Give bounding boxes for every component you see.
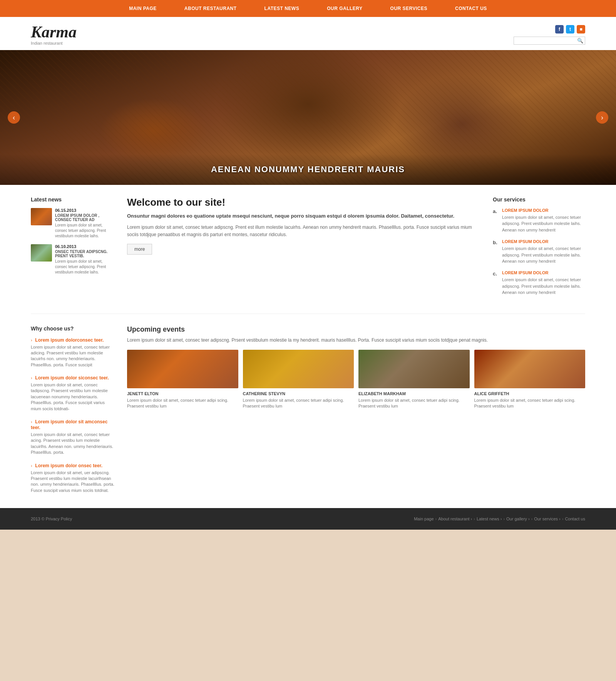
content-row-1: Latest news 06.15.2013 LOREM IPSUM DOLOR… <box>31 185 585 314</box>
service-item-a: a. LOREM IPSUM DOLOR Lorem ipsum dolor s… <box>493 208 585 233</box>
latest-news-title: Latest news <box>31 196 116 203</box>
event-text-3: Lorem ipsum dolor sit amet, consec tetue… <box>358 398 470 409</box>
event-name-1: JENETT ELTON <box>127 391 238 396</box>
logo-text: Karma <box>31 24 77 40</box>
news-thumb-1 <box>31 208 52 225</box>
why-link-2[interactable]: Lorem ipsum dolor siconsec teer. <box>35 375 109 381</box>
event-card-4: ALICE GRIFFETH Lorem ipsum dolor sit ame… <box>474 350 586 409</box>
why-link-1[interactable]: Lorem ipsum dolorconsec teer. <box>35 337 104 343</box>
service-letter-c: c. <box>493 271 499 277</box>
footer-links: Main page › About restaurant › › Latest … <box>414 517 585 521</box>
events-grid: JENETT ELTON Lorem ipsum dolor sit amet,… <box>127 350 585 409</box>
why-text-1: Lorem ipsum dolor sit amet, consec tetue… <box>31 344 116 368</box>
search-input[interactable] <box>516 38 577 43</box>
event-text-4: Lorem ipsum dolor sit amet, consec tetue… <box>474 398 586 409</box>
content-row-2: Why choose us? › Lorem ipsum dolorconsec… <box>31 314 585 508</box>
social-icons: f t ■ <box>555 25 585 34</box>
service-content-b: LOREM IPSUM DOLOR Lorem ipsum dolor sit … <box>502 239 585 264</box>
why-item-4: › Lorem ipsum dolor onsec teer. Lorem ip… <box>31 463 116 494</box>
hero-prev-button[interactable]: ‹ <box>8 111 20 124</box>
events-section: Upcoming events Lorem ipsum dolor sit am… <box>127 325 585 501</box>
service-text-b: Lorem ipsum dolor sit amet, consec tetue… <box>502 246 581 263</box>
service-link-b[interactable]: LOREM IPSUM DOLOR <box>502 239 585 244</box>
why-item-3: › Lorem ipsum dolor sit amconsec teer. L… <box>31 419 116 456</box>
logo-tagline: Indian restaurant <box>31 41 77 45</box>
events-title: Upcoming events <box>127 325 585 334</box>
event-image-4 <box>474 350 586 388</box>
news-body-1: Lorem ipsum dolor sit amet, consec tetue… <box>55 223 116 239</box>
why-chevron-1: › <box>31 338 32 342</box>
site-footer: 2013 © Privacy Policy Main page › About … <box>0 508 616 530</box>
service-text-a: Lorem ipsum dolor sit amet, consec tetue… <box>502 215 581 232</box>
news-meta-1: 06.15.2013 LOREM IPSUM DOLOR , CONSEC TE… <box>55 208 116 239</box>
event-name-3: ELIZABETH MARKHAM <box>358 391 470 396</box>
hero-next-button[interactable]: › <box>596 111 608 124</box>
nav-services[interactable]: OUR SERVICES <box>377 6 441 11</box>
site-header: Karma Indian restaurant f t ■ 🔍 <box>0 17 616 50</box>
welcome-title: Welcome to our site! <box>127 196 481 208</box>
why-title: Why choose us? <box>31 325 116 332</box>
why-header-2: › Lorem ipsum dolor siconsec teer. <box>31 375 116 381</box>
news-headline-2: ONSEC TETUER ADIPSCNG. PRENT VESTIB. <box>55 250 116 258</box>
latest-news-section: Latest news 06.15.2013 LOREM IPSUM DOLOR… <box>31 196 116 302</box>
search-button[interactable]: 🔍 <box>577 38 583 44</box>
footer-link-news[interactable]: Latest news › <box>477 517 502 521</box>
news-date-1: 06.15.2013 <box>55 208 116 213</box>
news-date-2: 06.10.2013 <box>55 244 116 249</box>
footer-copyright: 2013 © Privacy Policy <box>31 517 72 521</box>
why-header-1: › Lorem ipsum dolorconsec teer. <box>31 337 116 343</box>
hero-title: AENEAN NONUMMY HENDRERIT MAURIS <box>211 164 405 174</box>
footer-link-gallery[interactable]: Our gallery › <box>506 517 530 521</box>
nav-about[interactable]: ABOUT RESTAURANT <box>171 6 251 11</box>
why-chevron-3: › <box>31 419 32 424</box>
services-section: Our services a. LOREM IPSUM DOLOR Lorem … <box>493 196 585 302</box>
service-content-a: LOREM IPSUM DOLOR Lorem ipsum dolor sit … <box>502 208 585 233</box>
rss-icon[interactable]: ■ <box>577 25 585 34</box>
why-chevron-2: › <box>31 376 32 380</box>
why-link-4[interactable]: Lorem ipsum dolor onsec teer. <box>35 463 102 468</box>
footer-link-main[interactable]: Main page <box>414 517 434 521</box>
nav-contact[interactable]: CONTACT US <box>441 6 501 11</box>
nav-news[interactable]: LATEST NEWS <box>251 6 313 11</box>
main-content: Latest news 06.15.2013 LOREM IPSUM DOLOR… <box>0 185 616 508</box>
event-image-1 <box>127 350 238 388</box>
why-section: Why choose us? › Lorem ipsum dolorconsec… <box>31 325 116 501</box>
event-text-2: Lorem ipsum dolor sit amet, consec tetue… <box>243 398 354 409</box>
event-card-2: CATHERINE STEVYN Lorem ipsum dolor sit a… <box>243 350 354 409</box>
service-content-c: LOREM IPSUM DOLOR Lorem ipsum dolor sit … <box>502 270 585 295</box>
news-thumb-2 <box>31 244 52 262</box>
why-header-3: › Lorem ipsum dolor sit amconsec teer. <box>31 419 116 430</box>
service-letter-b: b. <box>493 240 499 245</box>
hero-section: ‹ AENEAN NONUMMY HENDRERIT MAURIS › <box>0 50 616 185</box>
footer-link-services[interactable]: Our services › <box>534 517 560 521</box>
why-text-4: Lorem ipsum dolor sit amet, uer adipscng… <box>31 470 116 494</box>
news-body-2: Lorem ipsum dolor sit amet, consec tetue… <box>55 259 116 275</box>
logo: Karma Indian restaurant <box>31 24 77 45</box>
main-nav: MAIN PAGE ABOUT RESTAURANT LATEST NEWS O… <box>0 0 616 17</box>
event-name-2: CATHERINE STEVYN <box>243 391 354 396</box>
more-button[interactable]: more <box>127 244 152 255</box>
service-letter-a: a. <box>493 208 499 214</box>
news-meta-2: 06.10.2013 ONSEC TETUER ADIPSCNG. PRENT … <box>55 244 116 275</box>
why-item-1: › Lorem ipsum dolorconsec teer. Lorem ip… <box>31 337 116 368</box>
facebook-icon[interactable]: f <box>555 25 564 34</box>
twitter-icon[interactable]: t <box>566 25 574 34</box>
news-item-1: 06.15.2013 LOREM IPSUM DOLOR , CONSEC TE… <box>31 208 116 239</box>
service-item-c: c. LOREM IPSUM DOLOR Lorem ipsum dolor s… <box>493 270 585 295</box>
service-link-a[interactable]: LOREM IPSUM DOLOR <box>502 208 585 213</box>
event-card-1: JENETT ELTON Lorem ipsum dolor sit amet,… <box>127 350 238 409</box>
event-image-2 <box>243 350 354 388</box>
why-header-4: › Lorem ipsum dolor onsec teer. <box>31 463 116 468</box>
service-text-c: Lorem ipsum dolor sit amet, consec tetue… <box>502 277 581 295</box>
nav-gallery[interactable]: OUR GALLERY <box>313 6 376 11</box>
nav-main-page[interactable]: MAIN PAGE <box>115 6 171 11</box>
service-item-b: b. LOREM IPSUM DOLOR Lorem ipsum dolor s… <box>493 239 585 264</box>
event-card-3: ELIZABETH MARKHAM Lorem ipsum dolor sit … <box>358 350 470 409</box>
footer-link-contact[interactable]: Contact us <box>565 517 585 521</box>
footer-link-about[interactable]: About restaurant › <box>438 517 472 521</box>
news-headline-1: LOREM IPSUM DOLOR , CONSEC TETUER AD <box>55 213 116 222</box>
service-link-c[interactable]: LOREM IPSUM DOLOR <box>502 270 585 275</box>
why-link-3[interactable]: Lorem ipsum dolor sit amconsec teer. <box>31 419 107 430</box>
event-name-4: ALICE GRIFFETH <box>474 391 586 396</box>
event-text-1: Lorem ipsum dolor sit amet, consec tetue… <box>127 398 238 409</box>
